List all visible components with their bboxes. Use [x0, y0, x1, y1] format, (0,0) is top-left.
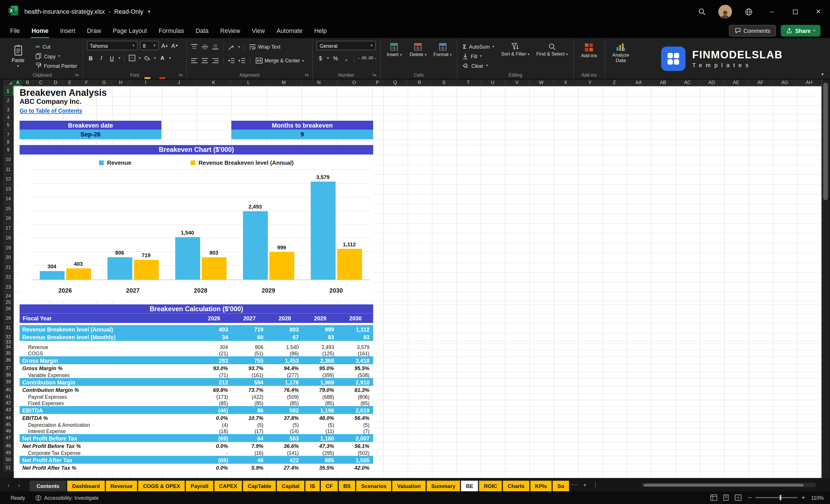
- calc-row-interest-expense[interactable]: Interest Expense(18)(17)(14)(11)(7): [20, 428, 373, 434]
- align-bottom-icon[interactable]: [212, 43, 220, 51]
- cell-value[interactable]: (502): [338, 449, 373, 456]
- cell-value[interactable]: 403: [196, 325, 232, 333]
- autosum-button[interactable]: ΣAutoSum▾: [461, 42, 496, 51]
- cell-value[interactable]: 95.5%: [338, 364, 373, 372]
- year-header-2030[interactable]: 2030: [338, 314, 373, 323]
- sheet-tab-cogs-opex[interactable]: COGS & OPEX: [138, 480, 185, 491]
- cell-value[interactable]: 1,180: [302, 434, 338, 442]
- cell-value[interactable]: 73.7%: [232, 386, 267, 393]
- row-label[interactable]: Depreciation & Amortization: [20, 421, 196, 428]
- sheet-tab-captable[interactable]: CapTable: [243, 480, 276, 491]
- calc-row-cogs[interactable]: COGS(21)(51)(86)(125)(161): [20, 350, 373, 356]
- minimize-button[interactable]: ─: [760, 0, 784, 23]
- cell-value[interactable]: 719: [232, 325, 267, 333]
- row-header-14[interactable]: 14: [3, 194, 14, 204]
- row-label[interactable]: Fixed Expenses: [20, 400, 196, 406]
- cell-value[interactable]: (295): [302, 449, 338, 456]
- column-header-AA[interactable]: AA: [627, 80, 651, 86]
- row-header-47[interactable]: 47: [3, 434, 14, 442]
- dialog-launcher-icon[interactable]: [75, 72, 78, 77]
- sheet-tab-scenarios[interactable]: Scenarios: [356, 480, 391, 491]
- column-header-U[interactable]: U: [480, 80, 505, 86]
- row-header-19[interactable]: 19: [3, 243, 14, 253]
- months-to-breakeven-value[interactable]: 9: [231, 130, 373, 139]
- menu-tab-review[interactable]: Review: [214, 23, 246, 38]
- row-header-40[interactable]: 40: [3, 386, 14, 393]
- cell-value[interactable]: (21): [196, 350, 232, 356]
- dialog-launcher-icon[interactable]: [373, 72, 376, 77]
- row-header-44[interactable]: 44: [3, 414, 14, 421]
- year-header-2029[interactable]: 2029: [302, 314, 338, 323]
- select-all-corner[interactable]: [3, 80, 14, 86]
- calc-row-contribution-margin[interactable]: Contribution Margin2125941,1761,9692,910: [20, 378, 373, 386]
- font-size-select[interactable]: 8▾: [139, 41, 159, 50]
- cell-value[interactable]: 212: [196, 378, 232, 386]
- row-header-21[interactable]: 21: [3, 262, 14, 272]
- row-header-26[interactable]: 26: [3, 304, 14, 313]
- menu-tab-automate[interactable]: Automate: [270, 23, 308, 38]
- row-header-29[interactable]: 29: [3, 314, 14, 323]
- calc-row-net-profit-before-tax[interactable]: Net Profit Before Tax(69)645631,1802,007: [20, 434, 373, 442]
- accessibility-status[interactable]: Accessibility: Investigate: [36, 495, 99, 501]
- cell-value[interactable]: (85): [338, 400, 373, 406]
- cell-value[interactable]: 885: [302, 456, 338, 464]
- column-header-AE[interactable]: AE: [724, 80, 748, 86]
- row-header-18[interactable]: 18: [3, 233, 14, 243]
- sheet-tab-capex[interactable]: CAPEX: [214, 480, 242, 491]
- cell-value[interactable]: 81.3%: [338, 386, 373, 393]
- dialog-launcher-icon[interactable]: [179, 72, 183, 77]
- column-header-V[interactable]: V: [505, 80, 530, 86]
- cell-value[interactable]: 1,112: [338, 325, 373, 333]
- column-header-F[interactable]: F: [77, 80, 96, 86]
- normal-view-icon[interactable]: [710, 495, 717, 501]
- sheet-tab-cf[interactable]: CF: [321, 480, 338, 491]
- row-label[interactable]: COGS: [20, 350, 196, 356]
- column-header-Z[interactable]: Z: [602, 80, 627, 86]
- cell-value[interactable]: 1,969: [302, 378, 338, 386]
- column-header-T[interactable]: T: [456, 80, 480, 86]
- row-header-3[interactable]: 3: [3, 105, 14, 114]
- next-sheet-button[interactable]: ›: [14, 478, 24, 491]
- chart-banner[interactable]: Breakeven Chart ($'000): [20, 145, 373, 154]
- row-header-13[interactable]: 13: [3, 184, 14, 194]
- cell-value[interactable]: 34: [196, 333, 232, 341]
- new-sheet-button[interactable]: +: [579, 478, 590, 491]
- row-header-42[interactable]: 42: [3, 400, 14, 406]
- cell-value[interactable]: 3,418: [338, 356, 373, 365]
- cell-value[interactable]: 42.0%: [338, 464, 373, 471]
- cell-value[interactable]: (86): [267, 350, 302, 356]
- sheet-tab-kpis[interactable]: KPIs: [530, 480, 551, 491]
- cell-value[interactable]: 67: [267, 333, 302, 341]
- cell-value[interactable]: (806): [338, 393, 373, 400]
- column-header-H[interactable]: H: [112, 80, 130, 86]
- calc-row-fixed-expenses[interactable]: Fixed Expenses(85)(85)(85)(85)(85): [20, 400, 373, 406]
- row-label[interactable]: Net Profit After Tax %: [20, 464, 196, 471]
- cell-value[interactable]: (71): [196, 372, 232, 378]
- cell-value[interactable]: 594: [232, 378, 267, 386]
- fill-button[interactable]: Fill▾: [461, 52, 496, 60]
- cell-value[interactable]: 0.0%: [196, 414, 232, 421]
- cell-value[interactable]: (277): [267, 372, 302, 378]
- cell-value[interactable]: (18): [196, 428, 232, 434]
- cell-value[interactable]: (4): [196, 421, 232, 428]
- column-header-I[interactable]: I: [130, 80, 162, 86]
- increase-indent-icon[interactable]: [238, 56, 246, 65]
- row-header-45[interactable]: 45: [3, 421, 14, 428]
- cell-value[interactable]: -: [196, 449, 232, 456]
- calc-row-revenue[interactable]: Revenue3048061,5402,4933,579: [20, 344, 373, 350]
- wrap-text-button[interactable]: Wrap Text: [248, 43, 282, 51]
- page-break-view-icon[interactable]: [735, 495, 742, 501]
- number-format-select[interactable]: General▾: [316, 41, 376, 50]
- cell-value[interactable]: 37.8%: [267, 414, 302, 421]
- globe-icon[interactable]: [737, 0, 760, 23]
- row-header-17[interactable]: 17: [3, 223, 14, 233]
- cell-value[interactable]: 5.9%: [232, 464, 267, 471]
- row-label[interactable]: Revenue Breakeven level (Annual): [20, 325, 196, 333]
- align-right-icon[interactable]: [212, 56, 220, 65]
- cell-value[interactable]: 27.4%: [267, 464, 302, 471]
- sheet-tab-roic[interactable]: ROIC: [479, 480, 502, 491]
- sheet-tab-charts[interactable]: Charts: [503, 480, 530, 491]
- row-label[interactable]: EBITDA %: [20, 414, 196, 421]
- column-header-P[interactable]: P: [372, 80, 383, 86]
- cell-value[interactable]: 2,910: [338, 378, 373, 386]
